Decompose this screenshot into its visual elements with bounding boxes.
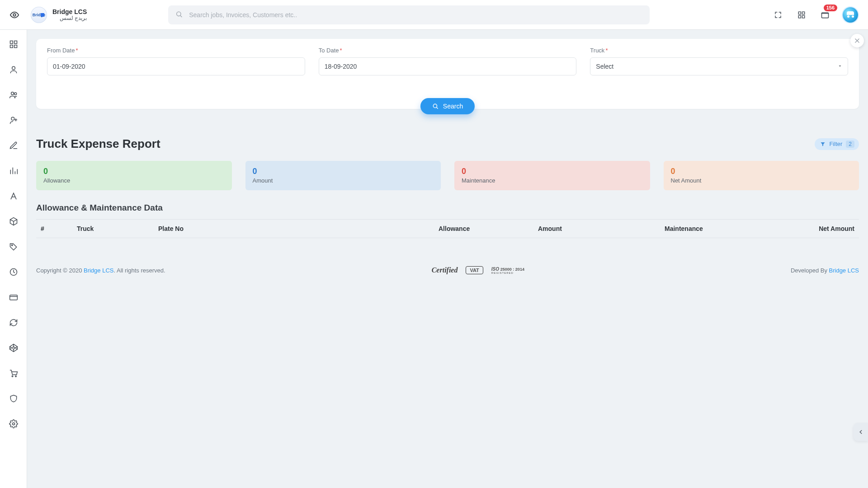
sidebar-settings-icon[interactable]: [5, 418, 22, 430]
svg-point-15: [11, 117, 14, 120]
filter-icon: [820, 141, 826, 147]
stat-row: 0 Allowance 0 Amount 0 Maintenance 0 Net…: [36, 161, 859, 190]
svg-point-20: [12, 375, 13, 377]
svg-point-14: [14, 93, 16, 95]
chevron-left-icon: [858, 429, 864, 435]
footer-brand-link[interactable]: Bridge LCS: [84, 267, 113, 274]
search-button[interactable]: Search: [420, 98, 475, 114]
stat-maintenance: 0 Maintenance: [454, 161, 650, 190]
col-maintenance: Maintenance: [660, 220, 787, 238]
sidebar-card-icon[interactable]: [5, 291, 22, 304]
stat-net-label: Net Amount: [671, 177, 852, 184]
search-icon: [432, 103, 439, 109]
sidebar-font-icon[interactable]: [5, 190, 22, 202]
sidebar-sync-icon[interactable]: [5, 316, 22, 329]
notification-badge: 156: [824, 5, 837, 11]
footer-developed: Developed By Bridge LCS: [791, 267, 859, 274]
sidebar-codepen-icon[interactable]: [5, 342, 22, 354]
to-date-label: To Date*: [319, 47, 577, 54]
col-allowance: Allowance: [434, 220, 533, 238]
svg-point-1: [177, 12, 181, 16]
footer-copyright: Copyright © 2020 Bridge LCS. All rights …: [36, 267, 165, 274]
sidebar-user-icon[interactable]: [5, 63, 22, 76]
stat-net: 0 Net Amount: [664, 161, 859, 190]
brand-logo-icon: Bridge: [31, 7, 47, 23]
filter-pill-count: 2: [846, 141, 854, 148]
from-date-label: From Date*: [47, 47, 305, 54]
svg-line-2: [180, 15, 182, 17]
top-actions: 156: [772, 7, 858, 23]
avatar[interactable]: [843, 7, 858, 23]
svg-point-22: [12, 423, 14, 425]
page-title: Truck Expense Report: [36, 137, 160, 151]
sidebar-reports-icon[interactable]: [5, 164, 22, 177]
svg-rect-5: [798, 15, 801, 18]
col-amount: Amount: [533, 220, 660, 238]
certified-badge: Certified: [432, 266, 458, 274]
svg-point-13: [11, 92, 14, 95]
stat-amount: 0 Amount: [245, 161, 441, 190]
col-index: #: [36, 220, 72, 238]
brand-text: Bridge LCS بريدج لسس: [52, 8, 87, 22]
sidebar-user-plus-icon[interactable]: [5, 114, 22, 127]
sidebar-tag-icon[interactable]: [5, 240, 22, 253]
svg-rect-3: [798, 12, 801, 14]
svg-point-12: [12, 66, 15, 70]
col-truck: Truck: [72, 220, 154, 238]
sidebar-clock-icon[interactable]: [5, 266, 22, 278]
footer: Copyright © 2020 Bridge LCS. All rights …: [27, 260, 868, 285]
apps-grid-icon[interactable]: [796, 9, 807, 21]
col-plate: Plate No: [154, 220, 434, 238]
sidebar-cart-icon[interactable]: [5, 367, 22, 380]
sidebar-package-icon[interactable]: [5, 215, 22, 228]
col-net: Net Amount: [787, 220, 859, 238]
stat-amount-label: Amount: [253, 177, 434, 184]
filter-pill-label: Filter: [829, 141, 842, 147]
stat-allowance: 0 Allowance: [36, 161, 232, 190]
section-title: Allowance & Maintenance Data: [36, 203, 859, 213]
search-icon: [175, 10, 183, 19]
to-date-field: To Date*: [319, 47, 577, 75]
to-date-input[interactable]: [319, 57, 577, 75]
svg-point-21: [15, 375, 16, 377]
sidebar-shield-icon[interactable]: [5, 392, 22, 405]
search-button-label: Search: [443, 103, 463, 110]
filter-card: From Date* To Date* Truck*: [36, 39, 859, 109]
filter-pill[interactable]: Filter 2: [815, 138, 859, 150]
main: From Date* To Date* Truck*: [27, 30, 868, 488]
svg-rect-4: [802, 12, 805, 14]
svg-point-0: [13, 14, 16, 16]
sidebar-edit-icon[interactable]: [5, 139, 22, 152]
right-panel-toggle[interactable]: [854, 423, 868, 441]
iso-badge: ISO 25000 : 2014 REGISTERED: [491, 267, 524, 274]
truck-label: Truck*: [590, 47, 848, 54]
truck-select[interactable]: [590, 57, 848, 75]
stat-maintenance-label: Maintenance: [462, 177, 643, 184]
footer-dev-link[interactable]: Bridge LCS: [829, 267, 859, 274]
from-date-input[interactable]: [47, 57, 305, 75]
stat-allowance-label: Allowance: [43, 177, 225, 184]
svg-rect-8: [10, 41, 13, 44]
global-search: [168, 5, 650, 24]
close-filter-button[interactable]: [850, 34, 864, 47]
brand[interactable]: Bridge Bridge LCS بريدج لسس: [31, 7, 87, 23]
fullscreen-icon[interactable]: [772, 9, 784, 21]
svg-rect-18: [9, 295, 17, 300]
stat-net-value: 0: [671, 167, 852, 175]
svg-rect-9: [14, 41, 17, 44]
stat-maintenance-value: 0: [462, 167, 643, 175]
svg-rect-11: [14, 45, 17, 48]
sidebar-users-icon[interactable]: [5, 89, 22, 101]
sidebar-dashboard-icon[interactable]: [5, 38, 22, 51]
notifications-icon[interactable]: 156: [819, 9, 831, 21]
from-date-field: From Date*: [47, 47, 305, 75]
global-search-input[interactable]: [168, 5, 650, 24]
data-table: # Truck Plate No Allowance Amount Mainte…: [36, 219, 859, 238]
footer-certifications: Certified VAT ISO 25000 : 2014 REGISTERE…: [432, 266, 524, 274]
svg-rect-6: [802, 15, 805, 18]
stat-amount-value: 0: [253, 167, 434, 175]
topbar: Bridge Bridge LCS بريدج لسس 156: [0, 0, 868, 30]
svg-rect-10: [10, 45, 13, 48]
sidebar: [0, 30, 27, 488]
visibility-toggle-icon[interactable]: [6, 7, 23, 23]
